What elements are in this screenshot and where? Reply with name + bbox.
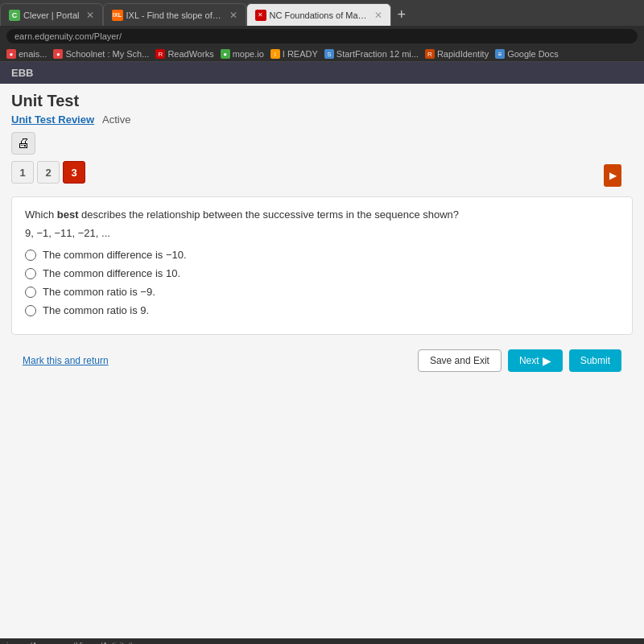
browser-chrome: C Clever | Portal ✕ IXL IXL - Find the s… [0,0,644,62]
unit-test-review-link[interactable]: Unit Test Review [11,114,94,126]
action-buttons: Save and Exit Next ▶ Submit [418,349,621,372]
radio-b[interactable] [25,268,36,279]
arrow-icon: ▶ [609,170,617,181]
radio-d[interactable] [25,305,36,316]
rapididentity-icon: R [425,49,435,59]
mope-icon: ● [221,49,230,59]
tab-clever[interactable]: C Clever | Portal ✕ [0,3,103,26]
submit-button[interactable]: Submit [569,349,621,372]
nav-arrow-button[interactable]: ▶ [604,164,621,187]
bookmark-enais[interactable]: ● enais... [6,49,47,59]
answer-option-b[interactable]: The common difference is 10. [25,267,619,279]
bookmark-readworks[interactable]: R ReadWorks [155,49,213,59]
ixl-icon: IXL [112,10,123,21]
tab-nc-label: NC Foundations of Math 1 WEB [270,10,368,20]
question-text: Which best describes the relationship be… [25,208,619,221]
tab-ixl-label: IXL - Find the slope of a graph (A [126,10,223,20]
tab-nc-close[interactable]: ✕ [374,10,382,21]
tab-ixl[interactable]: IXL IXL - Find the slope of a graph (A ✕ [103,3,246,26]
question-num-1[interactable]: 1 [11,161,34,184]
bottom-bar: Mark this and return Save and Exit Next … [11,343,633,378]
tab-clever-label: Clever | Portal [23,10,80,20]
answer-text-d: The common ratio is 9. [43,304,149,316]
bookmarks-bar: ● enais... ● Schoolnet : My Sch... R Rea… [0,47,644,62]
subtitle-row: Unit Test Review Active [11,114,633,126]
radio-c[interactable] [25,287,36,298]
answer-text-c: The common ratio is −9. [43,286,155,298]
status-bar: iewers/AssessmentViewer/Activity# [0,638,644,644]
tab-clever-close[interactable]: ✕ [86,10,94,21]
startfraction-icon: S [324,49,334,59]
app-header: EBB [0,62,644,84]
tab-nc[interactable]: ✕ NC Foundations of Math 1 WEB ✕ [246,3,391,26]
active-badge: Active [102,114,130,126]
bookmark-googledocs[interactable]: ≡ Google Docs [495,49,559,59]
page-content: EBB Unit Test Unit Test Review Active 🖨 … [0,62,644,638]
status-url: iewers/AssessmentViewer/Activity# [6,642,133,645]
main-area: Unit Test Unit Test Review Active 🖨 1 2 … [0,84,644,638]
clever-icon: C [9,10,20,21]
question-nav-row: 1 2 3 ▶ [11,161,633,190]
question-num-3[interactable]: 3 [63,161,85,184]
radio-a[interactable] [25,250,36,261]
question-nav: 1 2 3 [11,161,85,184]
bookmark-iready[interactable]: I I READY [270,49,318,59]
answer-option-a[interactable]: The common difference is −10. [25,249,619,261]
next-arrow-icon: ▶ [543,354,551,367]
googledocs-icon: ≡ [495,49,505,59]
bold-best: best [57,208,79,221]
save-exit-button[interactable]: Save and Exit [418,349,502,372]
address-bar: earn.edgenuity.com/Player/ [0,26,644,47]
print-icon: 🖨 [17,136,30,151]
url-input[interactable]: earn.edgenuity.com/Player/ [6,29,638,43]
iready-icon: I [270,49,280,59]
answer-text-a: The common difference is −10. [43,249,187,261]
bookmark-mope[interactable]: ● mope.io [221,49,264,59]
bookmark-schoolnet[interactable]: ● Schoolnet : My Sch... [53,49,149,59]
next-button[interactable]: Next ▶ [508,349,563,372]
sequence-text: 9, −1, −11, −21, ... [25,227,619,239]
answer-text-b: The common difference is 10. [43,267,180,279]
enais-icon: ● [6,49,16,59]
readworks-icon: R [155,49,165,59]
page-title: Unit Test [11,92,633,110]
print-button[interactable]: 🖨 [11,132,35,155]
question-num-2[interactable]: 2 [37,161,60,184]
new-tab-button[interactable]: + [391,3,413,26]
schoolnet-icon: ● [53,49,63,59]
tab-ixl-close[interactable]: ✕ [229,10,237,21]
nc-icon: ✕ [255,10,266,21]
tab-bar: C Clever | Portal ✕ IXL IXL - Find the s… [0,0,644,26]
bookmark-startfraction[interactable]: S StartFraction 12 mi... [324,49,419,59]
ebb-label: EBB [11,67,33,79]
answer-option-c[interactable]: The common ratio is −9. [25,286,619,298]
answer-option-d[interactable]: The common ratio is 9. [25,304,619,316]
bookmark-rapididentity[interactable]: R RapidIdentity [425,49,489,59]
mark-return-link[interactable]: Mark this and return [23,355,109,366]
question-panel: Which best describes the relationship be… [11,196,633,335]
